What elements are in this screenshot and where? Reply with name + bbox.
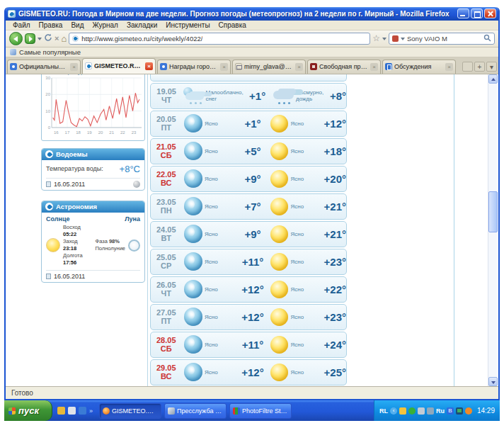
restore-button[interactable] [471,9,483,18]
new-tab-button[interactable]: + [474,62,485,72]
history-dropdown-icon[interactable] [38,38,42,43]
forecast-row[interactable]: 19.05ЧТМалооблачно, снег+1°Пасмурно, дож… [150,83,347,109]
forecast-day-icon-cell [268,115,291,133]
people-icon[interactable] [57,407,65,415]
tab[interactable]: Официальный сайт Адм...× [7,60,81,74]
search-bar[interactable]: Sony VAIO M [389,33,495,45]
menu-item[interactable]: Журнал [88,21,122,29]
home-icon[interactable]: ⌂ [61,33,67,44]
search-engine-dropdown-icon[interactable] [401,38,405,43]
forecast-night-description: Ясно [205,148,238,154]
water-date[interactable]: 16.05.2011 [54,181,130,188]
forecast-row[interactable]: 24.05ВТЯсно+9°Ясно+21° [150,221,347,247]
tab[interactable]: Награды города Мирный× [157,60,231,74]
tab-close-icon[interactable]: × [295,63,303,71]
browser-icon[interactable] [79,407,86,415]
search-engine-icon[interactable] [392,35,399,42]
official-site-favicon [10,63,17,70]
clear-day-icon [270,336,288,354]
stop-icon[interactable]: × [55,34,59,43]
svg-text:23: 23 [132,130,137,135]
clear-day-icon [270,225,288,243]
url-text[interactable]: http://www.gismeteo.ru/city/weekly/4022/ [81,35,202,43]
language-indicator[interactable]: Ru [436,407,445,415]
refresh-icon[interactable] [44,33,52,43]
photofiltre-icon [233,407,240,415]
forecast-row[interactable]: 21.05СБЯсно+5°Ясно+18° [150,138,347,164]
astronomy-date[interactable]: 16.05.2011 [54,273,140,280]
search-input[interactable]: Sony VAIO M [407,35,481,43]
bookmark-star-icon[interactable]: ☆ [372,34,380,43]
calendar-icon[interactable] [46,274,51,279]
bookmarks-item[interactable]: Самые популярные [19,48,81,56]
menu-item[interactable]: Правка [35,21,67,29]
forecast-day-temperature: +24° [324,339,346,351]
tab-close-icon[interactable]: × [445,63,453,71]
tab-close-icon[interactable]: × [220,63,228,71]
bluetooth-icon[interactable]: B [447,407,454,415]
start-button[interactable]: пуск [4,400,52,421]
magnifier-icon[interactable] [483,32,491,45]
network-icon[interactable] [418,407,425,415]
vertical-scrollbar[interactable] [488,74,497,386]
tab-label: Свободная пресса [319,63,368,70]
tab-close-icon[interactable]: × [370,63,378,71]
forecast-row[interactable]: 20.05ПТЯсно+1°Ясно+12° [150,111,347,137]
svg-text:0: 0 [48,125,51,130]
taskbar-task-button[interactable]: PhotoFiltre Studio X - ... [229,403,292,419]
forecast-row[interactable]: 23.05ПНЯсно+7°Ясно+21° [150,193,347,220]
water-temp-value: +8°C [120,164,140,174]
screen: GISMETEO.RU: Погода в Мирном на две неде… [4,7,500,421]
url-bar[interactable]: http://www.gismeteo.ru/city/weekly/4022/ [69,33,370,45]
messenger-icon[interactable] [399,407,406,415]
tab[interactable]: Обсуждения× [382,60,456,74]
updates-icon[interactable] [465,407,472,415]
forecast-date: 29.05ВС [151,364,181,381]
minimize-button[interactable] [457,9,469,18]
forecast-row[interactable]: 25.05СРЯсно+11°Ясно+23° [150,249,347,275]
forecast-row[interactable]: 28.05СБЯсно+11°Ясно+24° [150,332,347,358]
moon-label: Луна [125,215,140,223]
close-button[interactable] [484,9,496,18]
page-content: Температура с 13/05 по 23/05 01020301617… [6,74,498,386]
forecast-row[interactable]: 27.05ПТЯсно+12°Ясно+23° [150,304,347,330]
display-icon[interactable] [456,407,463,415]
clock[interactable]: 14:29 [477,407,495,415]
antivirus-icon[interactable] [408,407,416,415]
menu-item[interactable]: Файл [8,21,35,29]
scroll-up-arrow-icon[interactable] [488,74,498,84]
menu-item[interactable]: Инструменты [161,21,214,29]
info-icon[interactable] [133,181,140,188]
forward-button[interactable] [25,33,35,44]
menu-item[interactable]: Вид [67,21,88,29]
calendar-icon[interactable] [46,181,51,187]
notes-icon[interactable] [68,407,76,415]
firefox-window: GISMETEO.RU: Погода в Мирном на две неде… [4,7,500,400]
menu-item[interactable]: Закладки [122,21,161,29]
forecast-night-icon-cell [181,308,205,326]
tab-close-icon[interactable]: × [145,62,153,70]
scroll-down-arrow-icon[interactable] [488,377,498,386]
awards-favicon [160,63,167,70]
quick-launch-overflow-icon[interactable]: » [89,407,93,415]
forecast-row[interactable]: 22.05ВСЯсно+9°Ясно+20° [150,166,347,192]
list-tabs-button[interactable] [462,62,473,72]
tab[interactable]: Свободная пресса× [307,60,381,74]
volume-icon[interactable] [427,407,434,415]
hide-icons-chevron-icon[interactable]: ‹ [390,407,397,415]
taskbar-task-button[interactable]: Пресслужба на "192... [164,403,227,419]
menu-item[interactable]: Справка [214,21,251,29]
forecast-night-icon-cell [181,252,205,271]
forecast-row[interactable]: 26.05ЧТЯсно+12°Ясно+22° [150,276,347,303]
tab[interactable]: GISMETEO.RU: Погод...× [82,58,156,74]
back-button[interactable] [9,32,23,45]
bookmark-dropdown-icon[interactable] [382,38,386,43]
water-drop-icon [45,150,53,158]
taskbar-task-button[interactable]: GISMETEO.RU: Пого... [99,403,161,419]
all-tabs-dropdown-button[interactable]: ▾ [486,62,497,72]
scrollbar-thumb[interactable] [488,191,498,232]
tab[interactable]: mirny_glava@mail.ru: ко...× [232,60,306,74]
forecast-row[interactable]: 29.05ВСЯсно+12°Ясно+25° [150,359,347,385]
clear-night-icon [184,114,202,133]
tab-close-icon[interactable]: × [70,63,78,71]
